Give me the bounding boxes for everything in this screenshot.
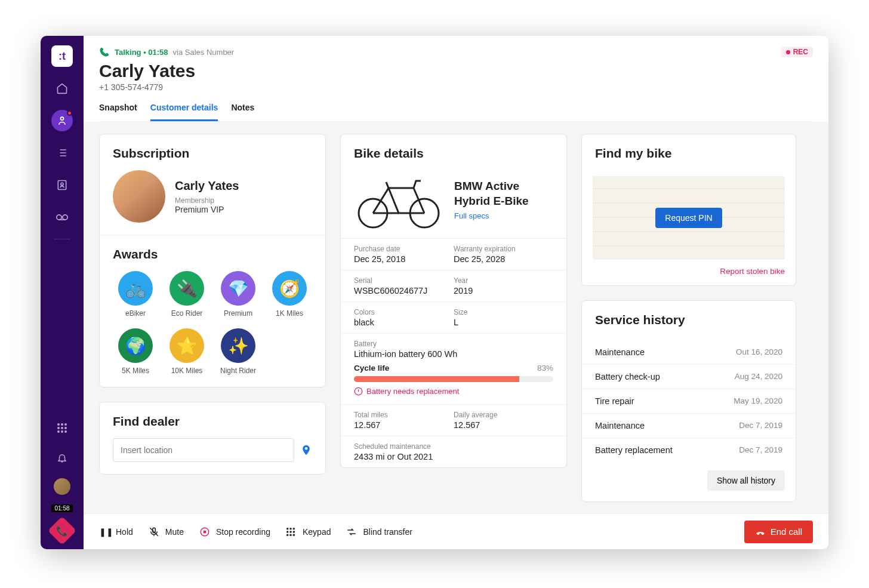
bike-details-title: Bike details xyxy=(354,146,553,161)
call-duration: 01:58 xyxy=(148,48,168,57)
year-label: Year xyxy=(454,276,553,285)
serial-label: Serial xyxy=(354,276,454,285)
nav-contacts-icon[interactable] xyxy=(51,174,73,196)
svg-point-25 xyxy=(293,531,295,533)
call-timer-badge: 01:58 xyxy=(51,504,72,512)
warranty-label: Warranty expiration xyxy=(454,245,553,253)
award-item: 🌍5K Miles xyxy=(113,328,158,375)
svg-point-6 xyxy=(61,423,63,426)
svg-point-2 xyxy=(61,183,63,185)
service-date: May 19, 2020 xyxy=(734,396,782,406)
service-date: Dec 7, 2019 xyxy=(739,445,782,455)
tab-snapshot[interactable]: Snapshot xyxy=(99,103,137,121)
tab-notes[interactable]: Notes xyxy=(231,103,254,121)
service-history-title: Service history xyxy=(595,313,782,327)
show-all-history-button[interactable]: Show all history xyxy=(707,470,785,491)
award-icon: 💎 xyxy=(221,271,255,306)
svg-point-3 xyxy=(57,215,61,220)
hold-button[interactable]: ❚❚Hold xyxy=(99,527,133,537)
awards-title: Awards xyxy=(113,247,312,261)
service-date: Dec 7, 2019 xyxy=(739,421,782,430)
award-icon: ⭐ xyxy=(170,328,204,363)
nav-home-icon[interactable] xyxy=(51,78,73,99)
service-label: Maintenance xyxy=(595,421,645,430)
svg-point-9 xyxy=(61,427,63,429)
battery-warning: Battery needs replacement xyxy=(354,387,553,396)
award-item: 🚲eBiker xyxy=(113,271,158,318)
svg-point-7 xyxy=(64,423,67,426)
membership-value: Premium VIP xyxy=(175,205,239,214)
end-call-button[interactable]: End call xyxy=(744,521,813,543)
award-icon: 🔌 xyxy=(170,271,204,306)
nav-conversations-icon[interactable] xyxy=(51,110,73,131)
colors-value: black xyxy=(354,318,454,327)
service-label: Maintenance xyxy=(595,347,645,357)
service-history-row[interactable]: MaintenanceDec 7, 2019 xyxy=(582,413,796,438)
award-label: Eco Rider xyxy=(171,309,203,318)
dealer-location-input[interactable] xyxy=(113,438,294,462)
svg-point-8 xyxy=(57,427,60,429)
svg-point-10 xyxy=(64,427,67,429)
map-pin-icon[interactable] xyxy=(300,443,312,457)
serial-value: WSBC606024677J xyxy=(354,286,454,295)
membership-label: Membership xyxy=(175,196,239,205)
stop-recording-button[interactable]: Stop recording xyxy=(199,527,270,537)
nav-notifications-icon[interactable] xyxy=(51,447,73,469)
svg-point-20 xyxy=(286,527,289,529)
service-history-row[interactable]: MaintenanceOut 16, 2020 xyxy=(582,340,796,364)
cycle-life-percent: 83% xyxy=(537,364,553,372)
award-item: 💎Premium xyxy=(215,271,261,318)
daily-average-value: 12.567 xyxy=(454,420,553,430)
active-call-indicator[interactable]: 📞 xyxy=(48,516,76,545)
customer-phone: +1 305-574-4779 xyxy=(99,82,813,92)
subscription-name: Carly Yates xyxy=(175,179,239,193)
keypad-button[interactable]: Keypad xyxy=(286,527,331,537)
svg-point-11 xyxy=(57,430,60,433)
award-item: ✨Night Rider xyxy=(215,328,261,375)
total-miles-value: 12.567 xyxy=(354,420,454,430)
bike-name: BMW Active Hybrid E-Bike xyxy=(454,179,553,208)
colors-label: Colors xyxy=(354,308,454,316)
tab-customer-details[interactable]: Customer details xyxy=(150,103,218,121)
service-history-row[interactable]: Tire repairMay 19, 2020 xyxy=(582,389,796,413)
blind-transfer-button[interactable]: Blind transfer xyxy=(346,527,412,537)
size-label: Size xyxy=(454,308,553,316)
award-icon: 🧭 xyxy=(272,271,307,306)
service-label: Battery replacement xyxy=(595,445,673,455)
warranty-value: Dec 25, 2028 xyxy=(454,254,553,264)
sidebar-divider xyxy=(54,239,70,239)
battery-value: Lithium-ion battery 600 Wh xyxy=(354,349,553,359)
recording-badge: REC xyxy=(781,47,813,57)
service-label: Tire repair xyxy=(595,396,634,406)
year-value: 2019 xyxy=(454,286,553,295)
bike-image xyxy=(354,170,443,230)
purchase-date-value: Dec 25, 2018 xyxy=(354,254,454,264)
svg-point-0 xyxy=(61,117,64,120)
mute-button[interactable]: Mute xyxy=(149,527,184,537)
bike-details-card: Bike details xyxy=(340,134,567,468)
nav-voicemail-icon[interactable] xyxy=(51,207,73,228)
sidebar: :t 01:58 📞 xyxy=(41,36,84,549)
svg-point-13 xyxy=(64,430,67,433)
find-my-bike-title: Find my bike xyxy=(595,146,782,161)
app-logo[interactable]: :t xyxy=(51,45,73,67)
battery-label: Battery xyxy=(354,340,553,348)
svg-point-28 xyxy=(293,534,295,536)
user-avatar[interactable] xyxy=(53,477,72,496)
svg-point-21 xyxy=(289,527,292,529)
award-icon: 🌍 xyxy=(118,328,153,363)
daily-average-label: Daily average xyxy=(454,411,553,419)
svg-point-26 xyxy=(286,534,289,536)
full-specs-link[interactable]: Full specs xyxy=(454,211,489,220)
nav-queue-icon[interactable] xyxy=(51,142,73,164)
service-history-row[interactable]: Battery replacementDec 7, 2019 xyxy=(582,438,796,462)
award-label: Premium xyxy=(224,309,252,318)
service-history-row[interactable]: Battery check-upAug 24, 2020 xyxy=(582,364,796,389)
battery-warning-text: Battery needs replacement xyxy=(366,387,459,396)
report-stolen-link[interactable]: Report stolen bike xyxy=(582,260,796,285)
request-pin-button[interactable]: Request PIN xyxy=(655,208,722,228)
call-status: Talking xyxy=(115,48,141,57)
svg-point-24 xyxy=(289,531,292,533)
call-controls: ❚❚Hold Mute Stop recording Keypad Blind … xyxy=(84,513,828,549)
nav-apps-icon[interactable] xyxy=(51,417,73,439)
